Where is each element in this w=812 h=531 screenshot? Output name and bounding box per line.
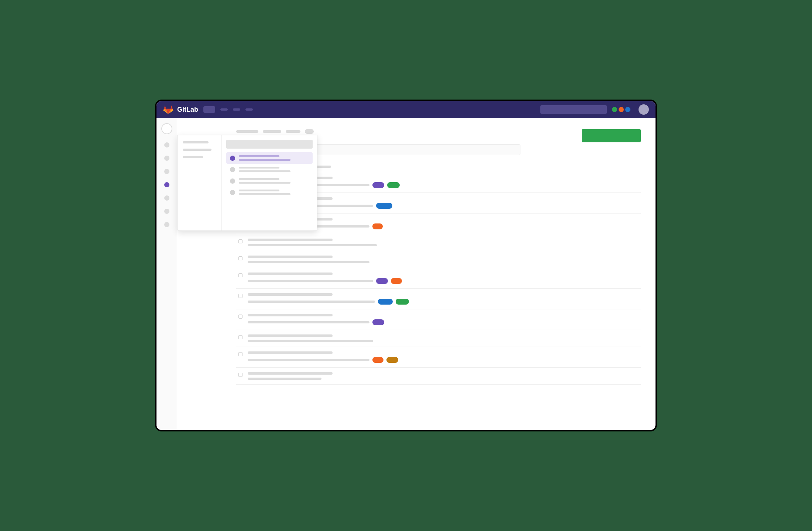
issue-row[interactable] [236, 268, 641, 289]
issue-label[interactable] [387, 182, 400, 188]
nav-link[interactable] [245, 108, 253, 111]
issue-title [248, 293, 333, 296]
issue-row[interactable] [236, 347, 641, 368]
issue-title [248, 314, 333, 316]
nav-link[interactable] [220, 108, 228, 111]
sidebar-item[interactable] [164, 209, 169, 214]
issue-meta [248, 280, 373, 282]
issue-row[interactable] [236, 330, 641, 347]
tab-all[interactable] [286, 130, 300, 133]
flyout-items [222, 135, 317, 230]
issue-label[interactable] [391, 278, 402, 284]
user-avatar[interactable] [639, 104, 649, 115]
issue-meta [248, 301, 375, 303]
sidebar-item[interactable] [164, 156, 169, 161]
nav-menu-toggle[interactable] [203, 106, 215, 113]
flyout-item-title [239, 155, 279, 157]
sidebar-item-active[interactable] [164, 182, 169, 187]
issue-label[interactable] [396, 299, 409, 305]
flyout-item-title [239, 190, 279, 191]
status-indicators [612, 107, 630, 112]
issue-label[interactable] [376, 278, 388, 284]
status-dot[interactable] [619, 107, 624, 112]
topbar: GitLab [156, 101, 656, 118]
tab-closed[interactable] [263, 130, 281, 133]
issue-title [248, 351, 333, 354]
issue-label[interactable] [372, 223, 383, 229]
flyout-header [226, 140, 313, 149]
sidebar-item[interactable] [164, 169, 169, 174]
issue-checkbox[interactable] [238, 335, 242, 339]
issue-checkbox[interactable] [238, 273, 242, 277]
issue-label[interactable] [372, 357, 383, 363]
sidebar-item[interactable] [164, 195, 169, 201]
flyout-item[interactable] [226, 164, 313, 175]
issue-checkbox[interactable] [238, 256, 242, 260]
flyout-item-title [239, 167, 279, 169]
issue-meta [248, 261, 369, 263]
gitlab-logo-icon [163, 105, 173, 114]
flyout-item-icon [230, 167, 235, 172]
new-issue-button[interactable] [582, 129, 641, 142]
issue-meta [248, 359, 369, 361]
flyout-item-icon [230, 190, 235, 195]
flyout-item-sub [239, 182, 290, 184]
issue-meta [248, 340, 373, 342]
issue-label[interactable] [372, 319, 384, 325]
issue-label[interactable] [378, 299, 393, 305]
flyout-item-sub [239, 159, 290, 161]
flyout-item-sub [239, 170, 290, 172]
logo[interactable]: GitLab [163, 105, 198, 114]
issue-label[interactable] [376, 203, 392, 209]
issue-title [248, 239, 333, 241]
flyout-item[interactable] [226, 187, 313, 198]
app-window: GitLab [155, 100, 657, 431]
issue-checkbox[interactable] [238, 239, 242, 243]
issue-row[interactable] [236, 289, 641, 309]
tab-open[interactable] [236, 130, 258, 133]
flyout-category[interactable] [183, 149, 211, 151]
toggle[interactable] [305, 129, 314, 134]
page-header [236, 129, 641, 134]
status-dot[interactable] [625, 107, 630, 112]
issue-checkbox[interactable] [238, 315, 242, 319]
status-dot[interactable] [612, 107, 617, 112]
sidebar-item[interactable] [164, 142, 169, 148]
flyout-category[interactable] [183, 141, 209, 143]
issue-meta [248, 378, 321, 380]
sidebar-item[interactable] [164, 222, 169, 227]
issue-meta [248, 244, 377, 246]
issue-label[interactable] [372, 182, 384, 188]
issue-title [248, 334, 333, 337]
issue-checkbox[interactable] [238, 352, 242, 356]
issue-row[interactable] [236, 309, 641, 330]
flyout-categories [178, 135, 222, 230]
issue-checkbox[interactable] [238, 294, 242, 298]
issue-label[interactable] [386, 357, 398, 363]
issue-meta [248, 321, 369, 323]
flyout-item-title [239, 178, 279, 180]
issue-row[interactable] [236, 368, 641, 385]
flyout-category[interactable] [183, 156, 203, 158]
project-avatar[interactable] [161, 123, 172, 134]
flyout-item-icon [230, 178, 235, 184]
sidebar-flyout-menu [177, 135, 317, 231]
issue-title [248, 273, 333, 275]
nav-link[interactable] [233, 108, 240, 111]
flyout-item-icon [230, 156, 235, 161]
issue-row[interactable] [236, 234, 641, 251]
issue-title [248, 256, 333, 258]
sidebar [156, 118, 177, 430]
brand-name: GitLab [177, 106, 198, 114]
flyout-item-sub [239, 193, 290, 195]
flyout-item[interactable] [226, 175, 313, 187]
issue-title [248, 372, 333, 375]
flyout-item[interactable] [226, 152, 313, 164]
search-input[interactable] [540, 105, 607, 114]
issue-row[interactable] [236, 251, 641, 268]
issue-checkbox[interactable] [238, 373, 242, 377]
